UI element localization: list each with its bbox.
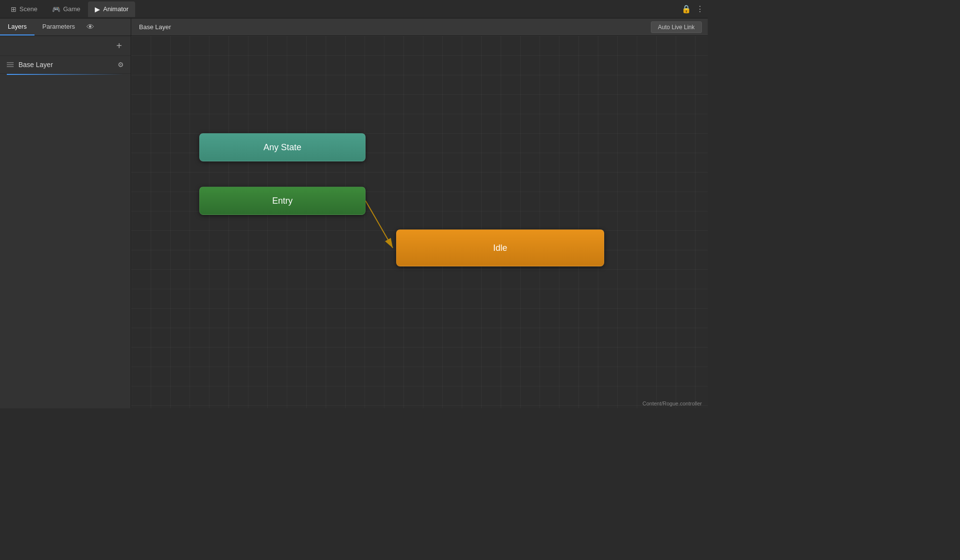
visibility-icon[interactable]: 👁 (83, 23, 98, 32)
tab-scene[interactable]: ⊞ Scene (4, 1, 44, 17)
node-any-state[interactable]: Any State (199, 133, 366, 161)
tab-animator-label: Animator (103, 5, 128, 13)
entry-label: Entry (272, 196, 293, 206)
add-layer-button[interactable]: + (113, 40, 125, 52)
tab-game[interactable]: 🎮 Game (45, 1, 87, 17)
sidebar: + Base Layer ⚙ (0, 36, 131, 408)
animator-icon: ▶ (95, 5, 100, 13)
drag-handle-icon (7, 62, 14, 67)
more-menu-icon[interactable]: ⋮ (696, 4, 704, 14)
parameters-tab-label: Parameters (42, 23, 75, 30)
main-layout: + Base Layer ⚙ Any S (0, 36, 708, 408)
status-bar: Content/Rogue.controller (637, 399, 708, 408)
window-controls: 🔒 ⋮ (681, 4, 704, 14)
node-idle[interactable]: Idle (396, 229, 604, 266)
auto-live-link-label: Auto Live Link (658, 24, 695, 31)
sub-bar: Layers Parameters 👁 Base Layer Auto Live… (0, 18, 708, 36)
node-entry[interactable]: Entry (199, 187, 366, 215)
tab-animator[interactable]: ▶ Animator (88, 1, 135, 17)
scene-icon: ⊞ (11, 5, 17, 13)
breadcrumb-text: Base Layer (139, 23, 171, 31)
layer-name-label: Base Layer (18, 61, 113, 69)
layer-settings-button[interactable]: ⚙ (118, 61, 124, 69)
status-text: Content/Rogue.controller (643, 401, 702, 406)
any-state-label: Any State (263, 142, 301, 153)
layer-underline (7, 74, 124, 75)
animator-canvas[interactable]: Any State Entry Idle Content/Rogue.contr… (131, 36, 708, 408)
sub-tab-layers[interactable]: Layers (0, 18, 35, 35)
transitions-svg (131, 36, 708, 408)
lock-icon[interactable]: 🔒 (681, 4, 691, 14)
tab-bar: ⊞ Scene 🎮 Game ▶ Animator 🔒 ⋮ (0, 0, 708, 18)
sub-tab-parameters[interactable]: Parameters (35, 18, 83, 35)
layer-item-base[interactable]: Base Layer ⚙ (0, 56, 131, 74)
sidebar-header: + (0, 36, 131, 56)
tab-scene-label: Scene (19, 5, 37, 13)
game-icon: 🎮 (52, 5, 60, 13)
tab-game-label: Game (63, 5, 80, 13)
svg-line-1 (366, 201, 393, 248)
add-icon: + (116, 40, 122, 52)
breadcrumb: Base Layer (131, 23, 179, 31)
sub-bar-left: Layers Parameters 👁 (0, 18, 131, 35)
auto-live-link-button[interactable]: Auto Live Link (651, 21, 702, 33)
layers-tab-label: Layers (8, 23, 27, 30)
idle-label: Idle (493, 243, 507, 253)
